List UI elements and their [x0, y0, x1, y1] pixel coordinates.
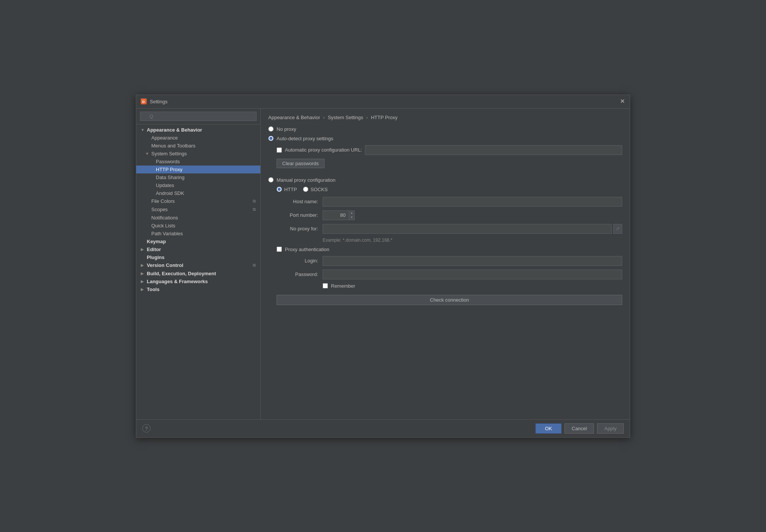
- sidebar-item-appearance[interactable]: Appearance: [136, 134, 260, 142]
- host-name-row: Host name:: [277, 197, 622, 207]
- port-down-button[interactable]: ▼: [349, 215, 354, 220]
- sidebar-item-system-settings[interactable]: ▼ System Settings: [136, 150, 260, 158]
- settings-dialog: D Settings ✕ 🔍 ▼ Appearance & Behavior: [136, 95, 630, 438]
- cancel-button[interactable]: Cancel: [565, 423, 594, 434]
- manual-proxy-radio[interactable]: [268, 177, 274, 182]
- socks-label[interactable]: SOCKS: [311, 187, 328, 192]
- copy-icon-file-colors[interactable]: ⧉: [251, 198, 257, 204]
- sidebar-item-android-sdk[interactable]: Android SDK: [136, 189, 260, 197]
- breadcrumb-part-2: System Settings: [328, 115, 363, 120]
- sidebar-item-path-variables[interactable]: Path Variables: [136, 230, 260, 238]
- sidebar-item-editor[interactable]: ▶ Editor: [136, 245, 260, 253]
- breadcrumb: Appearance & Behavior › System Settings …: [268, 115, 622, 120]
- svg-text:D: D: [142, 100, 145, 104]
- ok-button[interactable]: OK: [535, 423, 561, 434]
- http-radio[interactable]: [277, 187, 282, 192]
- arrow-icon: ▶: [141, 263, 145, 267]
- host-name-label: Host name:: [277, 199, 318, 204]
- sidebar-item-updates[interactable]: Updates: [136, 181, 260, 189]
- login-input[interactable]: [323, 256, 622, 266]
- password-input[interactable]: [323, 270, 622, 279]
- remember-label[interactable]: Remember: [331, 283, 355, 289]
- sidebar-item-tools[interactable]: ▶ Tools: [136, 285, 260, 293]
- sidebar-item-plugins[interactable]: Plugins: [136, 253, 260, 261]
- breadcrumb-part-1: Appearance & Behavior: [268, 115, 320, 120]
- port-number-input[interactable]: [323, 210, 349, 220]
- sidebar-item-file-colors[interactable]: File Colors ⧉: [136, 197, 260, 205]
- auto-config-label[interactable]: Automatic proxy configuration URL:: [285, 147, 362, 153]
- copy-icon-version-control[interactable]: ⧉: [251, 262, 257, 268]
- no-proxy-row: No proxy: [268, 126, 622, 132]
- http-label[interactable]: HTTP: [284, 187, 297, 192]
- host-name-input[interactable]: [323, 197, 622, 207]
- port-number-label: Port number:: [277, 212, 318, 218]
- sidebar: 🔍 ▼ Appearance & Behavior Appearance: [136, 109, 261, 419]
- app-icon: D: [141, 98, 147, 104]
- sidebar-item-notifications[interactable]: Notifications: [136, 214, 260, 222]
- auto-detect-label[interactable]: Auto-detect proxy settings: [277, 136, 333, 141]
- arrow-icon: ▼: [141, 128, 145, 132]
- auto-detect-row: Auto-detect proxy settings: [268, 136, 622, 141]
- auto-config-url-input[interactable]: [365, 145, 622, 155]
- no-proxy-for-input[interactable]: [323, 224, 612, 234]
- login-row: Login:: [277, 256, 622, 266]
- apply-button[interactable]: Apply: [597, 423, 624, 434]
- sidebar-item-build-execution[interactable]: ▶ Build, Execution, Deployment: [136, 270, 260, 277]
- remember-row: Remember: [323, 283, 622, 289]
- remember-checkbox[interactable]: [323, 283, 328, 288]
- socks-radio[interactable]: [303, 187, 308, 192]
- check-connection-button[interactable]: Check connection: [277, 295, 622, 305]
- arrow-icon: ▼: [145, 152, 150, 156]
- breadcrumb-sep-1: ›: [323, 115, 325, 120]
- search-wrapper: 🔍: [140, 112, 257, 121]
- port-spinners: ▲ ▼: [349, 210, 355, 220]
- sidebar-item-scopes[interactable]: Scopes ⧉: [136, 205, 260, 214]
- arrow-icon: ▶: [141, 271, 145, 276]
- sidebar-item-keymap[interactable]: Keymap: [136, 238, 260, 245]
- proxy-auth-label[interactable]: Proxy authentication: [285, 247, 329, 252]
- sidebar-item-http-proxy[interactable]: HTTP Proxy: [136, 166, 260, 173]
- auto-detect-radio[interactable]: [268, 136, 274, 141]
- sidebar-item-menus-toolbars[interactable]: Menus and Toolbars: [136, 142, 260, 150]
- search-box: 🔍: [136, 109, 260, 124]
- auto-proxy-url-row: Automatic proxy configuration URL:: [277, 145, 622, 155]
- bottom-bar: ? OK Cancel Apply: [136, 419, 630, 437]
- manual-proxy-row: Manual proxy configuration: [268, 177, 622, 183]
- action-buttons: OK Cancel Apply: [535, 423, 624, 434]
- no-proxy-radio[interactable]: [268, 126, 274, 132]
- proxy-auth-checkbox[interactable]: [277, 247, 282, 252]
- breadcrumb-sep-2: ›: [366, 115, 368, 120]
- close-button[interactable]: ✕: [619, 98, 625, 104]
- password-label: Password:: [277, 271, 318, 277]
- sidebar-item-quick-lists[interactable]: Quick Lists: [136, 222, 260, 230]
- port-wrapper: ▲ ▼: [323, 210, 355, 220]
- no-proxy-label[interactable]: No proxy: [277, 126, 296, 132]
- no-proxy-hint: Example: *.domain.com, 192.168.*: [323, 238, 622, 243]
- dialog-title: Settings: [150, 99, 168, 104]
- title-bar-left: D Settings: [141, 98, 168, 104]
- title-bar: D Settings ✕: [136, 95, 630, 109]
- sidebar-item-appearance-behavior[interactable]: ▼ Appearance & Behavior: [136, 126, 260, 134]
- sidebar-item-languages-frameworks[interactable]: ▶ Languages & Frameworks: [136, 277, 260, 285]
- proxy-auth-row: Proxy authentication: [277, 247, 622, 252]
- sidebar-item-version-control[interactable]: ▶ Version Control ⧉: [136, 261, 260, 270]
- port-number-row: Port number: ▲ ▼: [277, 210, 622, 220]
- sidebar-item-passwords[interactable]: Passwords: [136, 158, 260, 166]
- copy-icon-scopes[interactable]: ⧉: [251, 207, 257, 213]
- auto-config-checkbox[interactable]: [277, 147, 282, 153]
- login-label: Login:: [277, 258, 318, 264]
- sidebar-item-data-sharing[interactable]: Data Sharing: [136, 173, 260, 181]
- clear-passwords-button[interactable]: Clear passwords: [277, 159, 325, 168]
- help-button[interactable]: ?: [142, 424, 151, 432]
- proxy-type-row: HTTP SOCKS: [277, 187, 622, 192]
- tree: ▼ Appearance & Behavior Appearance Menus…: [136, 124, 260, 419]
- content-area: 🔍 ▼ Appearance & Behavior Appearance: [136, 109, 630, 419]
- arrow-icon: ▶: [141, 247, 145, 251]
- main-panel: Appearance & Behavior › System Settings …: [261, 109, 630, 419]
- auto-detect-section: Automatic proxy configuration URL: Clear…: [277, 145, 622, 173]
- no-proxy-for-label: No proxy for:: [277, 226, 318, 232]
- port-up-button[interactable]: ▲: [349, 211, 354, 215]
- expand-no-proxy-button[interactable]: ⤢: [613, 224, 622, 234]
- search-input[interactable]: [140, 112, 257, 121]
- manual-proxy-label[interactable]: Manual proxy configuration: [277, 177, 335, 183]
